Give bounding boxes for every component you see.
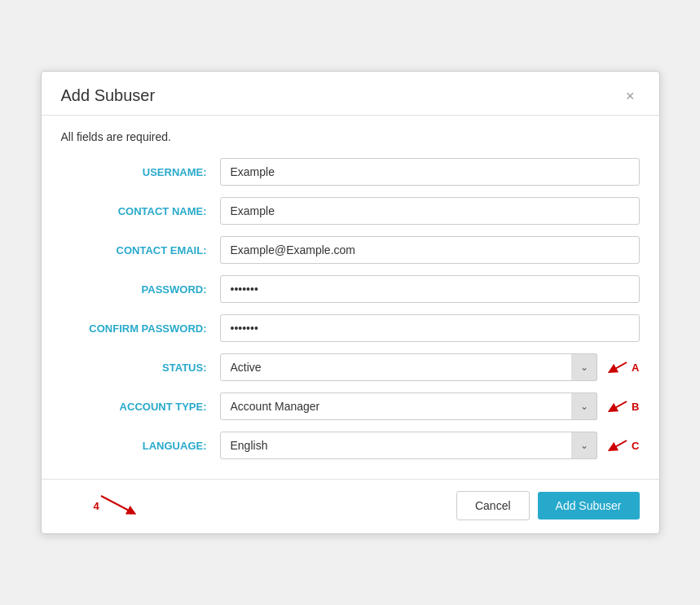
confirm-password-field xyxy=(220,314,640,342)
add-subuser-button[interactable]: Add Subuser xyxy=(538,492,640,520)
username-input[interactable] xyxy=(220,158,640,186)
username-field xyxy=(220,158,640,186)
contact-name-field xyxy=(220,197,640,225)
confirm-password-row: Confirm Password: xyxy=(61,314,640,342)
annotation-a-arrow xyxy=(604,359,628,375)
password-input[interactable] xyxy=(220,275,640,303)
status-field: Active Inactive ⌄ xyxy=(220,353,598,381)
annotation-4-label: 4 xyxy=(94,500,99,512)
svg-line-1 xyxy=(612,401,627,410)
annotation-b-arrow xyxy=(604,398,628,414)
svg-line-0 xyxy=(612,362,627,370)
status-annotation-row: Active Inactive ⌄ xyxy=(220,353,640,381)
password-row: Password: xyxy=(61,275,640,303)
language-field: English Spanish French ⌄ xyxy=(220,432,598,459)
add-subuser-dialog: Add Subuser × All fields are required. U… xyxy=(41,71,660,534)
annotation-4-wrapper: 4 xyxy=(61,494,140,517)
status-label: Status: xyxy=(61,362,220,374)
annotation-a-label: A xyxy=(632,362,639,374)
password-label: Password: xyxy=(61,283,220,296)
contact-name-input[interactable] xyxy=(220,197,640,225)
status-select[interactable]: Active Inactive xyxy=(220,353,598,381)
language-annotation-row: English Spanish French ⌄ xyxy=(220,432,640,459)
confirm-password-input[interactable] xyxy=(220,314,640,342)
contact-name-label: Contact Name: xyxy=(61,205,220,217)
annotation-c-label: C xyxy=(632,440,639,452)
annotation-4-arrow xyxy=(99,494,140,517)
language-select[interactable]: English Spanish French xyxy=(220,432,598,459)
annotation-4: 4 xyxy=(94,494,140,517)
contact-email-input[interactable] xyxy=(220,236,640,264)
username-label: Username: xyxy=(61,166,220,178)
annotation-c: C xyxy=(604,437,639,454)
close-button[interactable]: × xyxy=(621,87,640,105)
dialog-footer: 4 Cancel Add Subuser xyxy=(42,479,659,533)
annotation-c-arrow xyxy=(604,437,628,454)
svg-line-3 xyxy=(101,496,132,512)
annotation-a: A xyxy=(604,359,639,375)
required-note: All fields are required. xyxy=(61,130,640,143)
contact-email-field xyxy=(220,236,640,264)
language-row: Language: English Spanish French ⌄ xyxy=(61,432,640,459)
account-type-row: Account Type: Account Manager Admin User… xyxy=(61,392,640,420)
contact-email-label: Contact Email: xyxy=(61,244,220,256)
annotation-b-label: B xyxy=(632,401,639,413)
svg-line-2 xyxy=(612,441,627,449)
account-type-field: Account Manager Admin User ⌄ xyxy=(220,392,598,420)
cancel-button[interactable]: Cancel xyxy=(456,491,530,520)
contact-email-row: Contact Email: xyxy=(61,236,640,264)
username-row: Username: xyxy=(61,158,640,186)
status-row: Status: Active Inactive ⌄ xyxy=(61,353,640,381)
dialog-title: Add Subuser xyxy=(61,86,156,105)
annotation-b: B xyxy=(604,398,639,414)
password-field xyxy=(220,275,640,303)
account-type-label: Account Type: xyxy=(61,401,220,413)
confirm-password-label: Confirm Password: xyxy=(61,322,220,335)
language-label: Language: xyxy=(61,440,220,452)
dialog-header: Add Subuser × xyxy=(42,72,659,116)
account-type-annotation-row: Account Manager Admin User ⌄ xyxy=(220,392,640,420)
account-type-select[interactable]: Account Manager Admin User xyxy=(220,392,598,420)
contact-name-row: Contact Name: xyxy=(61,197,640,225)
dialog-body: All fields are required. Username: Conta… xyxy=(42,116,659,479)
